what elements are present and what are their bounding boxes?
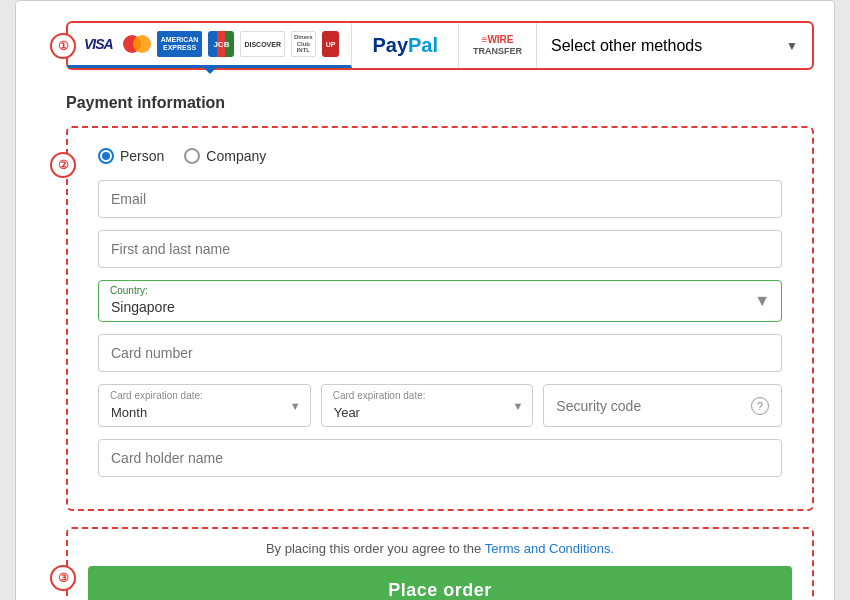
card-holder-field-container (98, 439, 782, 477)
cards-section[interactable]: VISA AMERICANEXPRESS JCB DISCOVER Diners… (68, 23, 352, 68)
payment-info-title: Payment information (66, 94, 814, 112)
expiry-month-label: Card expiration date: (110, 390, 203, 401)
email-input[interactable] (98, 180, 782, 218)
payment-form: ② Person Company (66, 126, 814, 511)
select-other-section[interactable]: Select other methods ▼ (537, 23, 812, 68)
name-field-container (98, 230, 782, 268)
card-holder-input[interactable] (98, 439, 782, 477)
step-3-circle: ③ (50, 565, 76, 591)
person-label: Person (120, 148, 164, 164)
country-field-container: Country: Singapore ▼ (98, 280, 782, 322)
dropdown-arrow-icon: ▼ (786, 39, 798, 53)
expiry-month-field: Card expiration date: Month 010203 04050… (98, 384, 311, 427)
place-order-container: ③ By placing this order you agree to the… (66, 527, 814, 600)
select-other-label: Select other methods (551, 37, 702, 55)
person-company-radio: Person Company (98, 148, 782, 164)
expiry-security-row: Card expiration date: Month 010203 04050… (98, 384, 782, 427)
visa-logo: VISA (80, 31, 117, 57)
name-input[interactable] (98, 230, 782, 268)
paypal-section[interactable]: PayPal (352, 23, 459, 68)
card-number-field-container (98, 334, 782, 372)
step-2-circle: ② (50, 152, 76, 178)
paypal-logo: PayPal (372, 34, 438, 57)
company-radio-circle[interactable] (184, 148, 200, 164)
person-radio-circle[interactable] (98, 148, 114, 164)
wire-transfer-section[interactable]: ≡WIRE TRANSFER (459, 23, 537, 68)
expiry-year-label: Card expiration date: (333, 390, 426, 401)
terms-text: By placing this order you agree to the T… (88, 541, 792, 556)
amex-logo: AMERICANEXPRESS (157, 31, 203, 57)
discover-logo: DISCOVER (240, 31, 285, 57)
diners-logo: DinersClubINTL (291, 31, 316, 57)
mastercard-logo (123, 35, 151, 53)
step-1-circle: ① (50, 33, 76, 59)
card-number-input[interactable] (98, 334, 782, 372)
email-field-container (98, 180, 782, 218)
security-code-input[interactable] (556, 398, 743, 414)
payment-methods-bar: ① VISA AMERICANEXPRESS JCB DISCOVER Dine… (66, 21, 814, 70)
wire-transfer-logo: ≡WIRE TRANSFER (473, 34, 522, 57)
person-radio-option[interactable]: Person (98, 148, 164, 164)
country-label: Country: (110, 285, 148, 296)
place-order-button[interactable]: Place order (88, 566, 792, 600)
security-code-field: ? (543, 384, 782, 427)
jcb-logo: JCB (208, 31, 234, 57)
unionpay-logo: UP (322, 31, 340, 57)
country-select[interactable]: Singapore (98, 280, 782, 322)
company-radio-option[interactable]: Company (184, 148, 266, 164)
company-label: Company (206, 148, 266, 164)
terms-link[interactable]: Terms and Conditions. (485, 541, 614, 556)
expiry-year-field: Card expiration date: Year 202420252026 … (321, 384, 534, 427)
security-help-icon[interactable]: ? (751, 397, 769, 415)
